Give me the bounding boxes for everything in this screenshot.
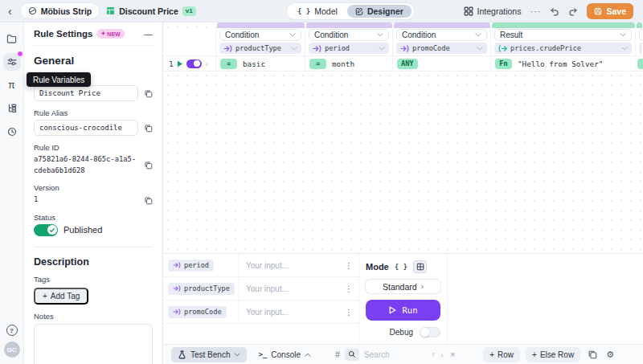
chevron-down-icon: [621, 47, 628, 51]
column-field-selector[interactable]: productType: [219, 43, 301, 54]
redo-icon[interactable]: [568, 6, 578, 16]
designer-canvas[interactable]: 1 › Condition productType: [163, 22, 643, 344]
run-row-icon[interactable]: [177, 60, 183, 67]
save-button[interactable]: Save: [587, 3, 633, 19]
add-tag-button[interactable]: +Add Tag: [34, 288, 88, 305]
column-field-selector[interactable]: period: [309, 43, 389, 54]
column-header-dropdown[interactable]: Condition: [219, 29, 301, 41]
terminal-icon: >_: [258, 350, 267, 358]
sidebar-item-history[interactable]: [3, 123, 21, 141]
more-menu-icon[interactable]: ···: [530, 6, 541, 16]
console-button[interactable]: >_ Console: [252, 347, 317, 362]
bench-input-row: promoCode ⋮: [163, 301, 358, 324]
expand-row-icon[interactable]: ›: [206, 59, 208, 68]
mobius-icon: [28, 6, 37, 15]
column-field-selector[interactable]: prices.crudePrice: [494, 43, 632, 54]
braces-icon: { }: [297, 7, 310, 15]
search-icon: [345, 349, 359, 361]
help-icon[interactable]: ?: [6, 325, 18, 336]
run-button[interactable]: Run: [366, 300, 440, 321]
test-bench-output: [447, 254, 643, 344]
test-bench-button[interactable]: Test Bench: [171, 347, 247, 362]
row-enabled-toggle[interactable]: [186, 59, 202, 68]
document-title[interactable]: Discount Price v1: [106, 6, 195, 16]
search-input[interactable]: [364, 350, 427, 359]
top-bar: ‹ Möbius Strip Discount Price v1 { } Mod…: [0, 0, 643, 22]
rule-alias-input[interactable]: [34, 120, 138, 136]
sidebar-item-outline[interactable]: [3, 100, 21, 117]
avatar[interactable]: GC: [4, 342, 20, 358]
copy-rule-alias-icon[interactable]: [144, 124, 153, 133]
chevron-up-icon: [305, 353, 311, 357]
bottom-bar: Test Bench >_ Console # ↑ ↓ × +Row +Else…: [163, 344, 643, 364]
row-controls-column: 1 ›: [163, 22, 216, 72]
copy-rule-name-icon[interactable]: [144, 89, 153, 98]
kebab-menu-icon[interactable]: ⋮: [339, 284, 358, 293]
row-number-toggle-icon[interactable]: #: [335, 350, 340, 359]
copy-version-icon[interactable]: [144, 196, 153, 205]
toggle-knob: [47, 225, 57, 235]
app-window: ‹ Möbius Strip Discount Price v1 { } Mod…: [0, 0, 643, 364]
bench-value-input[interactable]: [240, 308, 339, 317]
check-icon: [49, 227, 55, 233]
column-header-dropdown[interactable]: Result: [494, 29, 632, 41]
kebab-menu-icon[interactable]: ⋮: [339, 308, 358, 317]
integrations-button[interactable]: Integrations: [464, 6, 522, 16]
column-header-dropdown[interactable]: Condition: [396, 29, 487, 41]
column-result: Result prices.crudePrice Fn "Hello from …: [491, 22, 636, 72]
condition-strip: [394, 22, 490, 28]
table-cell[interactable]: ANY: [393, 55, 491, 72]
table-cell[interactable]: Fn "Hello from Solver": [491, 55, 636, 72]
back-icon[interactable]: ‹: [6, 6, 14, 17]
mode-row: Mode { }: [366, 260, 440, 273]
bottom-bar-actions: +Row +Else Row ⚙: [483, 347, 616, 362]
integrations-icon: [464, 6, 473, 16]
table-cell[interactable]: = month: [305, 55, 393, 72]
chevron-down-icon: [291, 47, 297, 51]
search-next-icon[interactable]: ↓: [440, 350, 444, 358]
sidebar-item-rule-settings[interactable]: [3, 53, 21, 71]
table-search: # ↑ ↓ ×: [335, 349, 455, 361]
workspace-pill[interactable]: Möbius Strip: [21, 3, 100, 18]
notes-textarea[interactable]: [34, 324, 153, 364]
folder-icon: [6, 34, 17, 43]
column-header-dropdown[interactable]: Condition: [309, 29, 389, 41]
operator-badge: ANY: [397, 59, 418, 69]
standard-selector-button[interactable]: Standard ›: [366, 280, 440, 293]
tab-model[interactable]: { } Model: [289, 5, 346, 18]
close-search-icon[interactable]: ×: [450, 350, 455, 359]
condition-strip: [306, 22, 392, 28]
field-badge: period: [168, 260, 214, 272]
kebab-menu-icon[interactable]: ⋮: [339, 261, 358, 270]
input-field-icon: [173, 262, 181, 268]
debug-toggle[interactable]: [420, 327, 440, 337]
settings-button[interactable]: ⚙: [604, 349, 616, 361]
sidebar-item-files[interactable]: [3, 30, 21, 47]
json-mode-icon[interactable]: { }: [395, 263, 408, 271]
table-mode-icon[interactable]: [413, 260, 427, 273]
save-icon: [594, 7, 602, 15]
bench-input-row: period ⋮: [163, 254, 358, 277]
bench-value-input[interactable]: [240, 261, 339, 270]
gear-icon: ⚙: [606, 350, 614, 359]
table-cell[interactable]: = basic: [216, 55, 305, 72]
pi-icon: π: [8, 80, 14, 91]
row-number: 1: [169, 59, 174, 68]
new-badge: ✦NEW: [96, 29, 124, 39]
collapse-panel-icon[interactable]: —: [144, 30, 153, 39]
test-bench-panel: period ⋮ productType ⋮ promo: [163, 253, 643, 344]
sidebar-item-rule-variables[interactable]: π: [3, 76, 21, 94]
chevron-down-icon: [234, 353, 240, 357]
bench-value-input[interactable]: [240, 284, 339, 293]
duplicate-button[interactable]: [586, 348, 599, 361]
column-field-selector[interactable]: promoCode: [396, 43, 487, 54]
tab-designer[interactable]: Designer: [347, 5, 412, 18]
row-controls: 1 ›: [163, 55, 216, 72]
rule-name-input[interactable]: [34, 85, 138, 101]
search-prev-icon[interactable]: ↑: [432, 350, 436, 358]
add-row-button[interactable]: +Row: [483, 347, 520, 362]
add-else-row-button[interactable]: +Else Row: [526, 347, 580, 362]
copy-rule-id-icon[interactable]: [144, 161, 153, 170]
undo-icon[interactable]: [550, 6, 559, 16]
published-toggle[interactable]: [34, 224, 58, 236]
